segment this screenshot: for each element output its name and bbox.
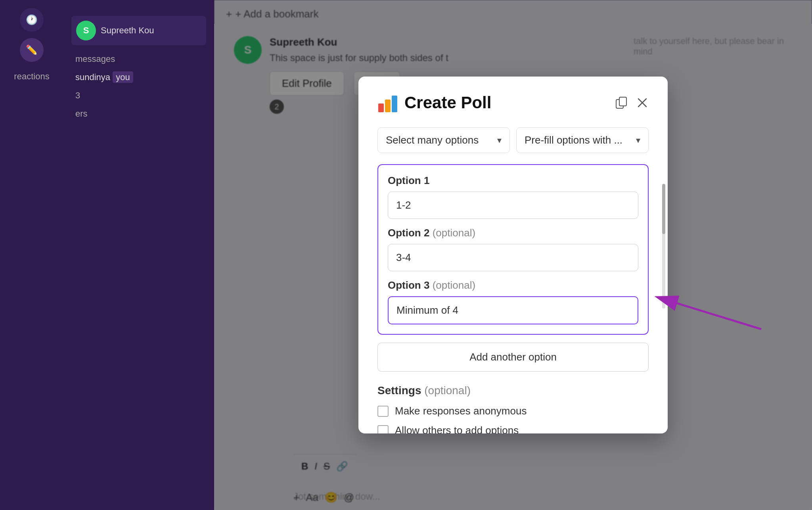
main-area: ⚙ 🔍 + + Add a bookmark S Supreeth Kou Th… <box>214 0 812 510</box>
option3-label: Option 3 (optional) <box>388 279 638 291</box>
svg-rect-2 <box>392 96 397 112</box>
label-text: messages <box>75 54 115 64</box>
chevron-down-icon: ▾ <box>497 135 502 146</box>
messages-label: messages <box>71 50 206 68</box>
sidebar-history-icon[interactable]: 🕐 <box>20 8 44 32</box>
option1-input[interactable] <box>388 192 638 219</box>
user-initial: S <box>83 25 89 36</box>
panel-item[interactable]: sundinya you <box>71 68 206 86</box>
create-poll-modal: Create Poll <box>358 77 668 433</box>
anonymous-label: Make responses anonymous <box>395 405 527 417</box>
modal-header-actions <box>615 96 649 109</box>
duplicate-icon <box>615 96 628 109</box>
select-options-dropdown[interactable]: Select many options ▾ <box>377 127 510 153</box>
dropdowns-row: Select many options ▾ Pre-fill options w… <box>377 127 649 153</box>
chevron-down-icon-2: ▾ <box>636 135 640 146</box>
duplicate-button[interactable] <box>615 96 628 109</box>
edit-icon: ✏️ <box>26 44 38 56</box>
annotation-arrow-line <box>658 297 761 329</box>
prefill-dropdown[interactable]: Pre-fill options with ... ▾ <box>516 127 649 153</box>
option2-input[interactable] <box>388 244 638 271</box>
panel-item-name: sundinya you <box>75 71 133 83</box>
anonymous-checkbox[interactable] <box>377 406 389 417</box>
left-panel: S Supreeth Kou messages sundinya you 3 e… <box>63 0 214 510</box>
option2-label: Option 2 (optional) <box>388 227 638 239</box>
modal-title-section: Create Poll <box>377 92 491 113</box>
option3-input[interactable] <box>388 296 638 324</box>
sidebar-edit-icon[interactable]: ✏️ <box>20 38 44 62</box>
user-section: S Supreeth Kou <box>71 16 206 50</box>
option3-optional: (optional) <box>433 279 475 291</box>
add-option-button[interactable]: Add another option <box>377 343 649 372</box>
anonymous-setting: Make responses anonymous <box>377 405 649 417</box>
svg-rect-1 <box>385 100 391 112</box>
options-container: Option 1 Option 2 (optional) Option 3 (o… <box>377 164 649 335</box>
svg-rect-0 <box>378 104 384 112</box>
user-mini-avatar: S <box>76 21 96 40</box>
username-display: Supreeth Kou <box>101 25 154 36</box>
select-options-label: Select many options <box>386 134 479 146</box>
allow-others-checkbox[interactable] <box>377 425 389 434</box>
option2-optional: (optional) <box>433 227 475 239</box>
panel-item-3[interactable]: ers <box>71 105 206 123</box>
modal-logo-icon <box>377 92 398 113</box>
modal-header: Create Poll <box>377 92 649 113</box>
sidebar: 🕐 ✏️ reactions <box>0 0 63 510</box>
modal-overlay: Create Poll <box>214 0 812 510</box>
settings-title: Settings (optional) <box>377 384 649 397</box>
svg-rect-4 <box>619 97 626 106</box>
option1-label: Option 1 <box>388 174 638 187</box>
settings-section: Settings (optional) Make responses anony… <box>377 384 649 433</box>
settings-optional: (optional) <box>424 384 471 397</box>
modal-title: Create Poll <box>404 93 491 112</box>
scrollbar-track[interactable] <box>662 184 665 309</box>
reactions-label: reactions <box>14 71 49 82</box>
history-icon: 🕐 <box>26 14 38 25</box>
user-item[interactable]: S Supreeth Kou <box>71 16 206 45</box>
panel-item-2[interactable]: 3 <box>71 86 206 105</box>
close-icon <box>636 96 649 109</box>
scrollbar-thumb <box>662 184 665 234</box>
close-button[interactable] <box>636 96 649 109</box>
allow-others-label: Allow others to add options <box>395 424 519 433</box>
prefill-label: Pre-fill options with ... <box>525 134 622 146</box>
allow-others-setting: Allow others to add options <box>377 424 649 433</box>
